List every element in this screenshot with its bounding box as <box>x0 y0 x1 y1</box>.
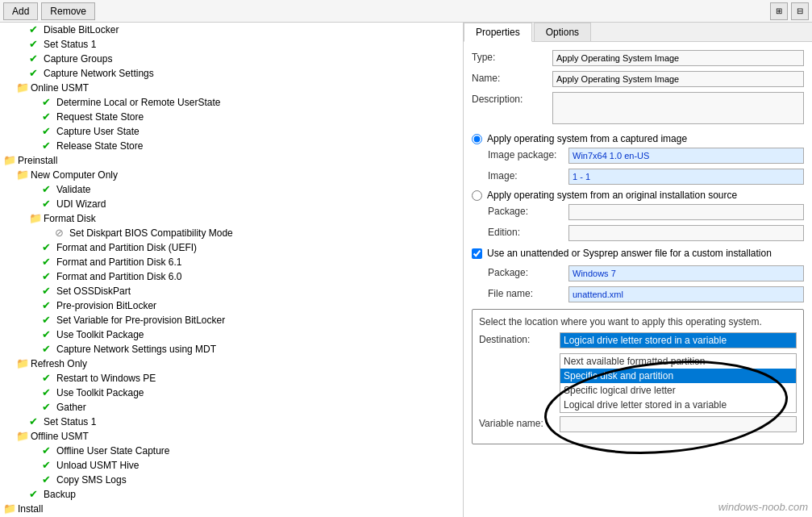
tree-item-label: Release State Store <box>56 140 143 152</box>
tree-item[interactable]: ✔Gather <box>0 400 463 415</box>
check-icon: ✔ <box>42 198 55 211</box>
type-row: Type: <box>472 50 804 66</box>
tree-item[interactable]: 📁Online USMT <box>0 81 463 95</box>
radio-captured-label: Apply operating system from a captured i… <box>487 133 687 144</box>
tree-item[interactable]: ✔Format and Partition Disk 6.1 <box>0 255 463 269</box>
tree-item[interactable]: 📁New Computer Only <box>0 168 463 182</box>
tree-item-label: Capture Network Settings using MDT <box>56 344 216 355</box>
tree-item[interactable]: 📁Format Disk <box>0 211 463 226</box>
image-package-input[interactable] <box>568 148 804 164</box>
unattended-package-input[interactable] <box>568 265 804 281</box>
check-icon: ✔ <box>42 299 55 312</box>
tree-item-label: Set Status 1 <box>44 416 96 427</box>
filename-input[interactable] <box>568 286 804 302</box>
name-input[interactable] <box>552 71 804 87</box>
tree-item[interactable]: ✔Determine Local or Remote UserState <box>0 95 463 110</box>
check-icon: ✔ <box>42 328 55 341</box>
package-input[interactable] <box>568 204 804 220</box>
description-textarea[interactable] <box>552 92 804 124</box>
radio-captured[interactable] <box>472 134 482 144</box>
filename-row: File name: <box>472 286 804 302</box>
main-content: ✔Disable BitLocker✔Set Status 1✔Capture … <box>0 23 812 517</box>
description-label: Description: <box>472 92 552 105</box>
tab-options[interactable]: Options <box>534 23 591 41</box>
tree-item[interactable]: ✔Restart to Windows PE <box>0 371 463 386</box>
tree-item[interactable]: 📁Install <box>0 502 463 516</box>
radio-section: Apply operating system from a captured i… <box>472 133 804 241</box>
destination-dropdown-container: Logical drive letter stored in a variabl… <box>560 332 797 348</box>
properties-content: Type: Name: Description: <box>464 42 812 517</box>
tree-item[interactable]: ✔Capture Groups <box>0 52 463 66</box>
tree-item[interactable]: ✔Capture User State <box>0 124 463 139</box>
expand-icon[interactable]: ⊟ <box>791 2 809 20</box>
edition-input[interactable] <box>568 225 804 241</box>
dropdown-item-3[interactable]: Specific logical drive letter <box>560 383 796 398</box>
tree-item[interactable]: 📁Offline USMT <box>0 429 463 444</box>
tree-item[interactable]: ✔Format and Partition Disk 6.0 <box>0 269 463 284</box>
type-input[interactable] <box>552 50 804 66</box>
image-input[interactable] <box>568 169 804 185</box>
remove-button[interactable]: Remove <box>41 2 95 20</box>
tree-item[interactable]: ✔Capture Network Settings <box>0 66 463 81</box>
tree-item[interactable]: ✔Disable BitLocker <box>0 23 463 37</box>
disabled-icon: ⊘ <box>55 227 68 240</box>
tree-item-label: Copy SMS Logs <box>56 474 127 486</box>
check-icon: ✔ <box>42 140 55 152</box>
tree-item[interactable]: ⊘Set Diskpart BIOS Compatibility Mode <box>0 226 463 240</box>
image-row: Image: <box>472 169 804 185</box>
tree-item[interactable]: ✔Set Variable for Pre-provision BitLocke… <box>0 313 463 327</box>
destination-section: Select the location where you want to ap… <box>472 309 804 444</box>
check-icon: ✔ <box>29 23 42 36</box>
edition-row: Edition: <box>472 225 804 241</box>
tree-item[interactable]: ✔Set Status 1 <box>0 415 463 429</box>
tree-item[interactable]: ✔Set Status 1 <box>0 37 463 52</box>
tree-item-label: Backup <box>44 489 76 500</box>
radio-original-row: Apply operating system from an original … <box>472 190 804 201</box>
tree-item[interactable]: ✔Set OSSDiskPart <box>0 284 463 298</box>
dropdown-item-2-selected[interactable]: Specific disk and partition <box>560 369 796 383</box>
image-package-value-container <box>568 148 804 164</box>
tree-item[interactable]: ✔Use Toolkit Package <box>0 327 463 342</box>
tree-item[interactable]: ✔Pre-provision BitLocker <box>0 298 463 313</box>
tree-item[interactable]: ✔UDI Wizard <box>0 197 463 211</box>
edition-value-container <box>568 225 804 241</box>
radio-original[interactable] <box>472 190 482 201</box>
add-button[interactable]: Add <box>3 2 38 20</box>
check-icon: ✔ <box>42 256 55 269</box>
check-icon: ✔ <box>29 52 42 65</box>
check-icon: ✔ <box>42 125 55 138</box>
tree-item[interactable]: ✔Use Toolkit Package <box>0 386 463 400</box>
variable-label: Variable name: <box>479 416 560 429</box>
dropdown-item-1[interactable]: Next available formatted partition <box>560 354 796 369</box>
tree-item[interactable]: ✔Request State Store <box>0 110 463 124</box>
tree-item[interactable]: ✔Validate <box>0 182 463 197</box>
tree-item-label: Capture Groups <box>44 53 112 65</box>
check-icon: ✔ <box>42 444 55 457</box>
collapse-icon[interactable]: ⊞ <box>770 2 788 20</box>
tree-item-label: Use Toolkit Package <box>56 387 144 398</box>
tree-item[interactable]: ✔Copy SMS Logs <box>0 473 463 487</box>
variable-input[interactable] <box>560 416 797 432</box>
tree-item[interactable]: 📁Preinstall <box>0 153 463 168</box>
tree-item[interactable]: 📁Refresh Only <box>0 356 463 371</box>
image-package-row: Image package: <box>472 148 804 164</box>
tree-item-label: Capture Network Settings <box>44 68 154 79</box>
image-label: Image: <box>488 169 568 181</box>
task-sequence-tree: ✔Disable BitLocker✔Set Status 1✔Capture … <box>0 23 464 517</box>
tree-item[interactable]: ✔Capture Network Settings using MDT <box>0 342 463 356</box>
check-icon: ✔ <box>29 415 42 428</box>
tree-item-label: Use Toolkit Package <box>56 329 144 340</box>
tree-item-label: Request State Store <box>56 111 144 123</box>
tree-item[interactable]: ✔Offline User State Capture <box>0 444 463 458</box>
unattended-package-label: Package: <box>488 265 568 278</box>
folder-icon: 📁 <box>16 169 29 181</box>
package-label: Package: <box>488 204 568 217</box>
tree-item[interactable]: ✔Unload USMT Hive <box>0 458 463 473</box>
tree-item[interactable]: ✔Release State Store <box>0 139 463 153</box>
destination-dropdown[interactable]: Logical drive letter stored in a variabl… <box>560 332 797 348</box>
dropdown-item-4[interactable]: Logical drive letter stored in a variabl… <box>560 398 796 412</box>
tree-item[interactable]: ✔Backup <box>0 487 463 502</box>
tree-item[interactable]: ✔Format and Partition Disk (UEFI) <box>0 240 463 255</box>
tab-properties[interactable]: Properties <box>464 23 532 42</box>
unattended-checkbox[interactable] <box>472 248 482 259</box>
